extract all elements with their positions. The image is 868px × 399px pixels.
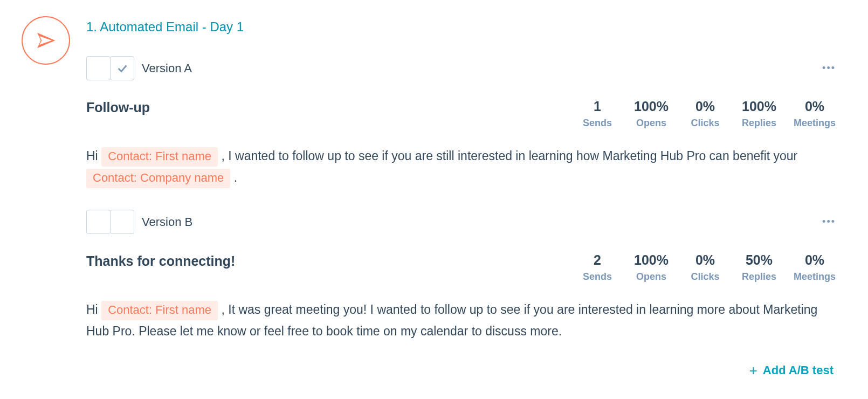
email-body-preview: Hi Contact: First name , I wanted to fol… xyxy=(86,145,836,188)
version-toggle-a-off[interactable] xyxy=(86,56,111,80)
add-ab-test-button[interactable]: + Add A/B test xyxy=(749,363,833,377)
token-pill[interactable]: Contact: First name xyxy=(101,147,218,167)
version-label: Version A xyxy=(142,61,192,75)
stat-meetings: 0% Meetings xyxy=(794,99,836,129)
version-label: Version B xyxy=(142,215,192,229)
more-menu-button[interactable]: ••• xyxy=(819,59,836,77)
token-pill[interactable]: Contact: First name xyxy=(101,301,218,320)
email-subject: Follow-up xyxy=(86,99,562,115)
subject-stats-row: Follow-up 1 Sends 100% Opens 0% Clicks 1… xyxy=(86,99,836,129)
version-row: Version B ••• xyxy=(86,210,836,234)
stat-clicks: 0% Clicks xyxy=(686,252,725,283)
stat-replies: 50% Replies xyxy=(740,252,779,283)
stats-group: 2 Sends 100% Opens 0% Clicks 50% Replies… xyxy=(578,252,836,283)
stat-opens: 100% Opens xyxy=(632,99,671,129)
more-menu-button[interactable]: ••• xyxy=(819,213,836,231)
version-toggle-a-on[interactable] xyxy=(110,56,134,80)
version-toggle-group xyxy=(86,210,134,234)
email-body-preview: Hi Contact: First name , It was great me… xyxy=(86,299,836,342)
stats-group: 1 Sends 100% Opens 0% Clicks 100% Replie… xyxy=(578,99,836,129)
stat-sends: 2 Sends xyxy=(578,252,617,283)
version-toggle-b-on[interactable] xyxy=(86,210,111,234)
stat-clicks: 0% Clicks xyxy=(686,99,725,129)
stat-replies: 100% Replies xyxy=(740,99,779,129)
token-pill[interactable]: Contact: Company name xyxy=(86,169,230,188)
email-subject: Thanks for connecting! xyxy=(86,252,562,269)
stat-meetings: 0% Meetings xyxy=(794,252,836,283)
step-title-link[interactable]: 1. Automated Email - Day 1 xyxy=(86,19,836,35)
stat-opens: 100% Opens xyxy=(632,252,671,283)
version-toggle-b-off[interactable] xyxy=(110,210,134,234)
subject-stats-row: Thanks for connecting! 2 Sends 100% Open… xyxy=(86,252,836,283)
send-icon xyxy=(22,16,70,65)
stat-sends: 1 Sends xyxy=(578,99,617,129)
version-toggle-group xyxy=(86,56,134,80)
check-icon xyxy=(116,63,128,74)
version-row: Version A ••• xyxy=(86,56,836,80)
